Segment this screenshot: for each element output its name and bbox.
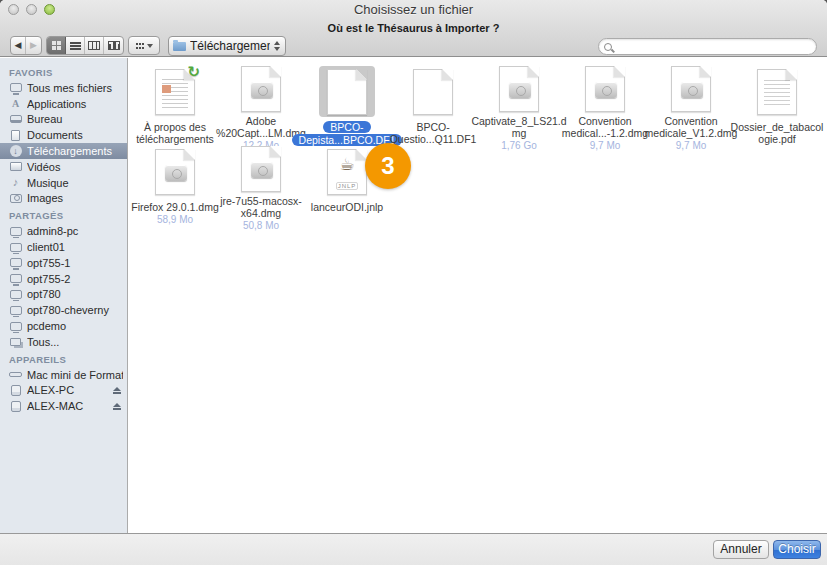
sidebar-item-images[interactable]: Images <box>0 191 127 207</box>
list-view-button[interactable] <box>66 37 85 54</box>
arrange-menu-button[interactable] <box>128 36 160 55</box>
sidebar-item-client01[interactable]: client01 <box>0 239 127 255</box>
dialog-footer: Annuler Choisir <box>0 533 827 565</box>
forward-button[interactable]: ▶ <box>26 37 41 54</box>
sidebar-item-pcdemo[interactable]: pcdemo <box>0 318 127 334</box>
icon-view-button[interactable] <box>47 37 66 54</box>
file-name: Dossier_de_tabacologie.pdf <box>731 121 824 145</box>
location-dropdown[interactable]: Téléchargements <box>168 36 286 56</box>
file-name-line: Convention <box>562 115 648 127</box>
coffee-cup-icon: ☕ <box>328 154 366 175</box>
file-item-captivate-8-ls21-d-mg[interactable]: Captivate_8_LS21.dmg1,76 Go <box>476 66 562 146</box>
shared-computer-icon <box>9 241 22 253</box>
file-item-firefox-29-0-1-dmg[interactable]: Firefox 29.0.1.dmg58,9 Mo <box>132 146 218 226</box>
sidebar-item-documents[interactable]: Documents <box>0 127 127 143</box>
sidebar-item-label: Bureau <box>27 113 123 125</box>
file-name: BPCO-Questio...Q11.DF1 <box>390 121 477 145</box>
cancel-button[interactable]: Annuler <box>713 540 769 559</box>
file-name: jre-7u55-macosx-x64.dmg <box>220 195 302 219</box>
sidebar-item-vid-os[interactable]: Vidéos <box>0 159 127 175</box>
disk-image-icon <box>241 66 281 112</box>
sidebar-item-label: Images <box>27 192 123 204</box>
close-button-icon[interactable] <box>8 4 19 15</box>
disk-image-icon <box>499 66 539 112</box>
shared-computer-icon <box>9 273 22 285</box>
sidebar-item-t-l-chargements[interactable]: ↓Téléchargements <box>0 143 127 159</box>
file-size: 9,7 Mo <box>590 140 621 151</box>
sidebar-item-tous[interactable]: Tous... <box>0 334 127 350</box>
disk-image-glyph <box>595 82 617 98</box>
sidebar-item-bureau[interactable]: Bureau <box>0 112 127 128</box>
file-item-bpco-depista-bpco-df1[interactable]: BPCO-Depista...BPCO.DF1 <box>304 66 390 146</box>
titlebar: Choisissez un fichier <box>0 0 827 17</box>
sidebar-item-opt780-cheverny[interactable]: opt780-cheverny <box>0 302 127 318</box>
zoom-button-icon[interactable] <box>44 4 55 15</box>
search-icon <box>604 43 612 51</box>
eject-icon[interactable] <box>113 403 123 410</box>
sidebar-item-label: Tous mes fichiers <box>27 82 123 94</box>
sidebar-item-tous-mes-fichiers[interactable]: Tous mes fichiers <box>0 80 127 96</box>
sidebar-item-label: ALEX-MAC <box>27 400 108 412</box>
file-size: 1,76 Go <box>501 140 537 151</box>
shared-computer-icon <box>9 225 22 237</box>
file-item-convention-medical-1-2-dmg[interactable]: Conventionmedical...-1.2.dmg9,7 Mo <box>562 66 648 146</box>
sidebar-item-label: Musique <box>27 177 123 189</box>
sidebar-item-admin8-pc[interactable]: admin8-pc <box>0 223 127 239</box>
sidebar-item-mac-mini-de-formation[interactable]: Mac mini de Formation <box>0 367 127 383</box>
file-item-jre-7u55-macosx-x64-dmg[interactable]: jre-7u55-macosx-x64.dmg50,8 Mo <box>218 146 304 226</box>
sidebar-item-label: Téléchargements <box>27 145 123 157</box>
file-icon-wrap <box>147 146 203 198</box>
dialog-content: FAVORISTous mes fichiersAApplicationsBur… <box>0 58 827 533</box>
sidebar-item-musique[interactable]: ♪Musique <box>0 175 127 191</box>
shared-computer-icon <box>10 322 22 331</box>
sidebar-section-title: APPAREILS <box>0 350 127 367</box>
forward-arrow-icon: ▶ <box>30 41 37 50</box>
pdf-document-icon <box>757 69 797 115</box>
shared-computer-icon <box>10 243 22 252</box>
column-view-button[interactable] <box>85 37 104 54</box>
sidebar-item-label: opt755-2 <box>27 273 123 285</box>
disk-image-glyph <box>165 165 187 181</box>
sidebar-item-label: admin8-pc <box>27 225 123 237</box>
sidebar-item-applications[interactable]: AApplications <box>0 96 127 112</box>
file-name: À propos destéléchargements <box>136 121 214 145</box>
search-field[interactable] <box>598 38 817 55</box>
sidebar-item-label: Vidéos <box>27 161 123 173</box>
shared-computer-icon <box>9 304 22 316</box>
eject-icon[interactable] <box>113 387 123 394</box>
pictures-icon <box>10 194 22 203</box>
navigation-buttons: ◀ ▶ <box>10 36 42 55</box>
file-name-line: Firefox 29.0.1.dmg <box>131 201 219 213</box>
sidebar-item-opt755-2[interactable]: opt755-2 <box>0 271 127 287</box>
java-jnlp-icon: ☕JNLP <box>327 149 367 195</box>
file-item-bpco-questio-q11-df1[interactable]: BPCO-Questio...Q11.DF1 <box>390 66 476 146</box>
sidebar-item-opt780[interactable]: opt780 <box>0 287 127 303</box>
file-item-dossier-de-tabacol-ogie-pdf[interactable]: Dossier_de_tabacologie.pdf <box>734 66 820 146</box>
back-arrow-icon: ◀ <box>15 41 22 50</box>
desktop-icon <box>9 113 22 125</box>
sidebar-item-label: opt780 <box>27 288 123 300</box>
downloads-icon: ↓ <box>9 145 22 157</box>
file-name: Firefox 29.0.1.dmg <box>131 201 219 213</box>
file-name-line: lanceurODI.jnlp <box>311 201 383 213</box>
file-item-propos-des-t-l-chargements[interactable]: ↻À propos destéléchargements <box>132 66 218 146</box>
sidebar-item-alex-pc[interactable]: ALEX-PC <box>0 383 127 399</box>
coverflow-view-button[interactable] <box>104 37 123 54</box>
pdf-lines-glyph <box>764 80 790 108</box>
jnlp-label: JNLP <box>336 182 358 190</box>
external-disk-icon <box>11 401 21 412</box>
shared-computer-icon <box>10 306 22 315</box>
sidebar-item-opt755-1[interactable]: opt755-1 <box>0 255 127 271</box>
file-name-line: BPCO- <box>390 121 477 133</box>
file-name-line: jre-7u55-macosx- <box>220 195 302 207</box>
shared-computer-icon <box>10 258 22 267</box>
file-item-convention-medicale-v1-2-dmg[interactable]: Conventionmedicale_V1.2.dmg9,7 Mo <box>648 66 734 146</box>
sidebar-item-alex-mac[interactable]: ALEX-MAC <box>0 398 127 414</box>
search-input[interactable] <box>612 39 816 54</box>
choose-button[interactable]: Choisir <box>773 540 821 559</box>
file-name: Conventionmedicale_V1.2.dmg <box>645 115 738 139</box>
sidebar-item-label: Tous... <box>27 336 123 348</box>
minimize-button-icon[interactable] <box>26 4 37 15</box>
file-name: lanceurODI.jnlp <box>311 201 383 213</box>
back-button[interactable]: ◀ <box>11 37 26 54</box>
